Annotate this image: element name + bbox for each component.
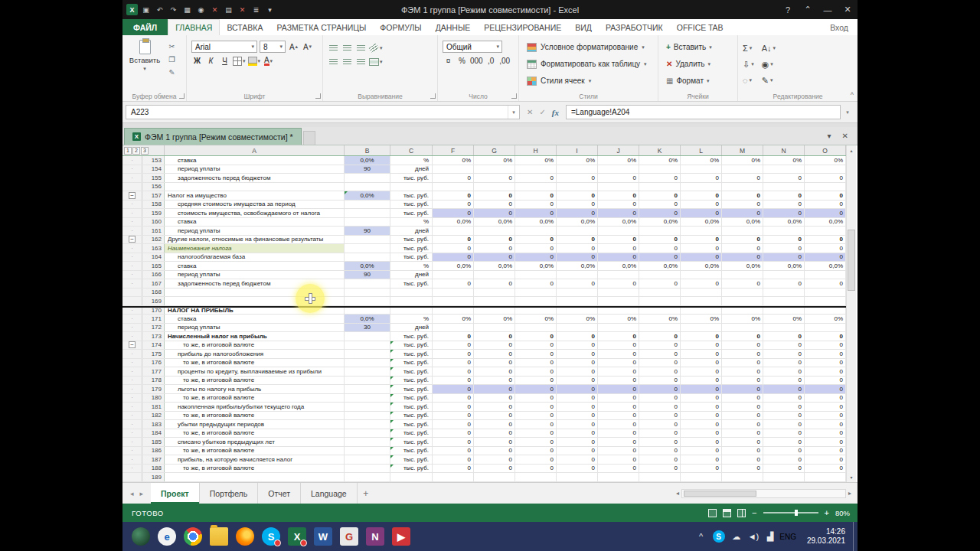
cell-value-b[interactable] bbox=[345, 438, 390, 446]
cell-value[interactable]: 0,0% bbox=[598, 262, 639, 270]
cell-value[interactable] bbox=[433, 324, 474, 332]
format-painter-icon[interactable]: ✎ bbox=[166, 67, 178, 77]
cell-value-b[interactable] bbox=[345, 244, 390, 253]
cell-value[interactable]: 0 bbox=[474, 209, 515, 217]
cell-value[interactable] bbox=[681, 165, 722, 174]
cell-unit[interactable]: тыс. руб. bbox=[390, 394, 433, 403]
cell-value[interactable]: 0 bbox=[557, 377, 598, 385]
cell-value[interactable]: 0 bbox=[598, 332, 639, 341]
cell-value[interactable]: 0 bbox=[515, 438, 557, 446]
ribbon-tab-2[interactable]: ВСТАВКА bbox=[220, 19, 270, 35]
cell-value[interactable]: 0 bbox=[722, 253, 763, 262]
ribbon-tab-3[interactable]: РАЗМЕТКА СТРАНИЦЫ bbox=[270, 19, 373, 35]
cell-value[interactable] bbox=[433, 297, 474, 305]
sheet-tab-проект[interactable]: Проект bbox=[151, 483, 200, 504]
cell-unit[interactable]: тыс. руб. bbox=[390, 359, 433, 367]
cell-unit[interactable]: тыс. руб. bbox=[390, 377, 433, 385]
cell-value[interactable]: 0% bbox=[557, 315, 598, 323]
cell-value[interactable] bbox=[763, 297, 805, 305]
cell-value[interactable]: 0 bbox=[681, 403, 722, 411]
cell-label[interactable]: убытки предыдущих периодов bbox=[165, 420, 345, 429]
italic-button[interactable]: К bbox=[205, 55, 217, 67]
cell-value[interactable] bbox=[639, 165, 681, 174]
cell-value[interactable]: 0 bbox=[722, 385, 763, 393]
cell-value[interactable]: 0% bbox=[515, 315, 557, 323]
name-box[interactable]: A223 ▾ bbox=[126, 105, 520, 119]
cell-value[interactable] bbox=[805, 183, 846, 191]
cell-value[interactable]: 0 bbox=[639, 341, 681, 350]
row-header[interactable]: 186 bbox=[142, 447, 165, 455]
cell-label[interactable]: Наименование налога bbox=[165, 244, 345, 253]
cell-value[interactable] bbox=[433, 183, 474, 191]
cell-value[interactable]: 0 bbox=[474, 447, 515, 455]
cell-value[interactable]: 0,0% bbox=[433, 262, 474, 270]
cut-icon[interactable]: ✂ bbox=[166, 41, 178, 51]
cell-value[interactable]: 0 bbox=[805, 191, 846, 200]
cell-value[interactable] bbox=[639, 297, 681, 305]
volume-icon[interactable]: ◄) bbox=[748, 532, 760, 541]
cell-value[interactable]: 0,0% bbox=[557, 218, 598, 227]
cell-value[interactable]: 0 bbox=[433, 209, 474, 217]
sign-in-button[interactable]: Вход bbox=[830, 19, 858, 35]
cell-value[interactable]: 0 bbox=[805, 332, 846, 341]
cell-value[interactable]: 0 bbox=[763, 191, 805, 200]
cell-value[interactable] bbox=[598, 271, 639, 279]
cell-value[interactable]: 0,0% bbox=[557, 262, 598, 270]
edit-extra-button[interactable]: ✎▾ bbox=[762, 73, 776, 87]
cell-unit[interactable]: тыс. руб. bbox=[390, 429, 433, 438]
cell-value[interactable]: 0 bbox=[639, 412, 681, 420]
column-header-l[interactable]: L bbox=[681, 145, 722, 155]
cell-value[interactable]: 0 bbox=[805, 174, 846, 182]
hscroll-right-icon[interactable]: ▸ bbox=[848, 490, 851, 497]
cell-value[interactable]: 0,0% bbox=[805, 218, 846, 227]
fill-button[interactable]: ⇩▾ bbox=[743, 57, 754, 71]
cell-value[interactable] bbox=[433, 165, 474, 174]
cell-value[interactable] bbox=[722, 183, 763, 191]
cell-value[interactable]: 0 bbox=[598, 394, 639, 403]
cell-value[interactable]: 0 bbox=[474, 191, 515, 200]
cell-value-b[interactable] bbox=[345, 289, 390, 297]
cell-value[interactable] bbox=[474, 227, 515, 235]
cell-value[interactable]: 0 bbox=[763, 403, 805, 411]
cell-value[interactable]: 0 bbox=[722, 174, 763, 182]
outline-collapse-button[interactable]: − bbox=[129, 341, 136, 348]
cell-label[interactable]: то же, в итоговой валюте bbox=[165, 377, 345, 385]
cell-value[interactable] bbox=[805, 271, 846, 279]
cell-value[interactable]: 0 bbox=[515, 447, 557, 455]
cell-value[interactable]: 0 bbox=[805, 385, 846, 393]
autosum-button[interactable]: Σ▾ bbox=[743, 41, 754, 55]
align-right-button[interactable] bbox=[355, 56, 367, 67]
cell-unit[interactable]: дней bbox=[390, 227, 433, 235]
cell-value[interactable]: 0 bbox=[639, 350, 681, 358]
cell-value[interactable]: 0 bbox=[598, 174, 639, 182]
cell-value[interactable]: 0 bbox=[639, 367, 681, 376]
firefox-icon[interactable] bbox=[233, 524, 257, 549]
cell-unit[interactable]: тыс. руб. bbox=[390, 201, 433, 209]
cell-value[interactable]: 0 bbox=[433, 253, 474, 262]
cell-unit[interactable] bbox=[390, 473, 433, 481]
cell-value[interactable]: 0 bbox=[681, 332, 722, 341]
cell-value[interactable]: 0 bbox=[722, 412, 763, 420]
new-document-tab[interactable] bbox=[303, 131, 315, 145]
cell-value[interactable] bbox=[681, 271, 722, 279]
cell-value[interactable]: 0 bbox=[515, 191, 557, 200]
dialog-launcher-icon[interactable] bbox=[511, 93, 517, 99]
cell-value[interactable]: 0 bbox=[474, 377, 515, 385]
row-header[interactable]: 174 bbox=[142, 341, 165, 350]
cell-value[interactable] bbox=[598, 473, 639, 481]
shrink-font-button[interactable]: А▾ bbox=[302, 41, 313, 53]
cell-value[interactable]: 0 bbox=[681, 455, 722, 464]
clear-button[interactable]: ◌▾ bbox=[743, 73, 754, 87]
cell-value[interactable] bbox=[763, 308, 805, 315]
cell-value-b[interactable] bbox=[345, 279, 390, 288]
cell-value[interactable]: 0 bbox=[722, 420, 763, 429]
cell-value[interactable]: 0 bbox=[557, 420, 598, 429]
row-header[interactable]: 179 bbox=[142, 385, 165, 393]
paste-button[interactable]: Вставить ▾ bbox=[127, 38, 162, 72]
cloud-icon[interactable]: ☁ bbox=[732, 532, 741, 542]
cell-value[interactable]: 0 bbox=[474, 341, 515, 350]
cell-value[interactable]: 0 bbox=[557, 412, 598, 420]
cell-value[interactable] bbox=[433, 227, 474, 235]
cell-value[interactable]: 0 bbox=[433, 465, 474, 473]
cell-value[interactable]: 0 bbox=[681, 377, 722, 385]
